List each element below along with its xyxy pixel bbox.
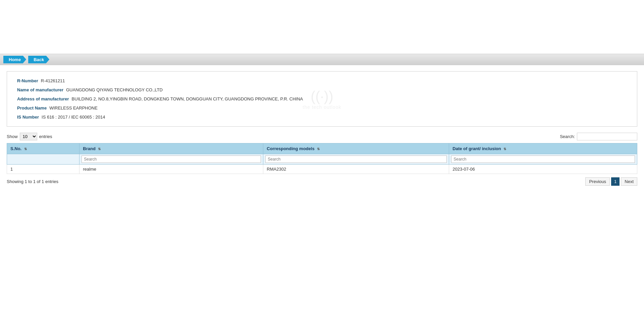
info-row: R-NumberR-41261211 [17,78,627,83]
col-search-sno [7,154,79,165]
cell-date: 2023-07-06 [449,165,637,174]
info-card: R-NumberR-41261211Name of manufacturerGU… [7,71,637,127]
show-label: Show [7,134,18,139]
col-search-input-models[interactable] [265,156,447,163]
col-header-date[interactable]: Date of grant/ inclusion ⇅ [449,143,637,154]
col-header-sno[interactable]: S.No. ⇅ [7,143,79,154]
info-label: IS Number [17,115,39,120]
sort-icon: ⇅ [98,147,101,151]
info-value: IS 616 : 2017 / IEC 60065 : 2014 [42,115,105,120]
info-value: WIRELESS EARPHONE [49,105,98,111]
cell-sno: 1 [7,165,79,174]
entries-label: entries [39,134,52,139]
sort-icon: ⇅ [24,147,27,151]
info-label: Product Name [17,105,47,111]
info-row: IS NumberIS 616 : 2017 / IEC 60065 : 201… [17,115,627,120]
sort-icon: ⇅ [503,147,506,151]
info-label: Address of manufacturer [17,96,69,101]
nav-bar: Home Back [0,54,644,65]
search-global: Search: [560,133,637,140]
col-search-models [263,154,449,165]
cell-brand: realme [79,165,263,174]
col-search-input-date[interactable] [451,156,635,163]
table-controls: Show 102550100 entries Search: [7,133,637,140]
col-search-input-brand[interactable] [82,156,261,163]
pagination: Previous 1 Next [585,177,637,186]
cell-models: RMA2302 [263,165,449,174]
table-row: 1realmeRMA23022023-07-06 [7,165,637,174]
info-value: GUANGDONG QIYANG TECHNOLOGY CO.,LTD [66,87,163,92]
table-footer: Showing 1 to 1 of 1 entries Previous 1 N… [7,177,637,186]
info-rows: R-NumberR-41261211Name of manufacturerGU… [17,78,627,120]
previous-button[interactable]: Previous [585,177,610,186]
info-value: R-41261211 [41,78,65,83]
info-value: BUILDING 2, NO.8,YINGBIN ROAD, DONGKENG … [72,96,303,101]
table-search-row [7,154,637,165]
table-header-row: S.No. ⇅Brand ⇅Corresponding models ⇅Date… [7,143,637,154]
search-global-input[interactable] [577,133,637,140]
info-row: Product NameWIRELESS EARPHONE [17,105,627,111]
top-area [0,0,644,54]
info-label: Name of manufacturer [17,87,63,92]
showing-text: Showing 1 to 1 of 1 entries [7,179,58,184]
back-button[interactable]: Back [28,56,49,63]
show-entries: Show 102550100 entries [7,133,52,140]
search-global-label: Search: [560,134,575,139]
home-button[interactable]: Home [3,56,26,63]
entries-select[interactable]: 102550100 [20,133,37,140]
col-header-models[interactable]: Corresponding models ⇅ [263,143,449,154]
col-search-date [449,154,637,165]
next-button[interactable]: Next [621,177,637,186]
table-body: 1realmeRMA23022023-07-06 [7,165,637,174]
info-row: Name of manufacturerGUANGDONG QIYANG TEC… [17,87,627,92]
info-row: Address of manufacturerBUILDING 2, NO.8,… [17,96,627,101]
col-search-brand [79,154,263,165]
col-header-brand[interactable]: Brand ⇅ [79,143,263,154]
data-table: S.No. ⇅Brand ⇅Corresponding models ⇅Date… [7,143,637,174]
sort-icon: ⇅ [317,147,320,151]
info-label: R-Number [17,78,38,83]
table-section: Show 102550100 entries Search: S.No. ⇅Br… [7,133,637,186]
page-1-button[interactable]: 1 [611,177,620,186]
